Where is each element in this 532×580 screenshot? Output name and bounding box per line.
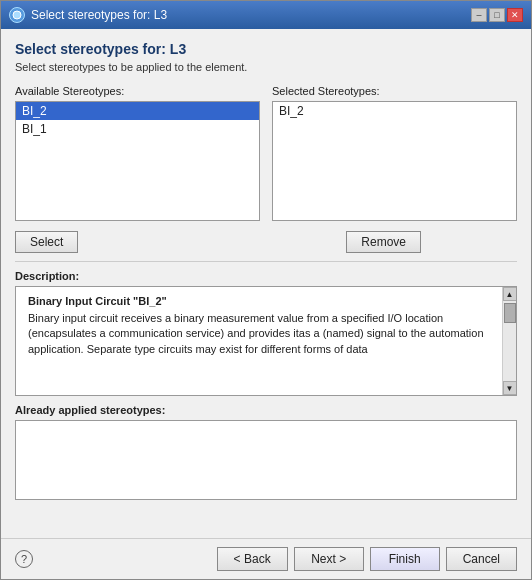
available-stereotypes-list[interactable]: BI_2 BI_1 xyxy=(15,101,260,221)
title-bar-controls: – □ ✕ xyxy=(471,8,523,22)
minimize-button[interactable]: – xyxy=(471,8,487,22)
already-applied-label: Already applied stereotypes: xyxy=(15,404,517,416)
description-box: Binary Input Circuit "BI_2" Binary input… xyxy=(15,286,517,396)
scrollbar[interactable]: ▲ ▼ xyxy=(502,287,516,395)
description-wrapper: Binary Input Circuit "BI_2" Binary input… xyxy=(15,286,517,396)
close-button[interactable]: ✕ xyxy=(507,8,523,22)
dialog-subtitle: Select stereotypes to be applied to the … xyxy=(15,61,517,73)
dialog-title: Select stereotypes for: L3 xyxy=(15,41,517,57)
svg-point-0 xyxy=(13,11,21,19)
available-stereotypes-section: Available Stereotypes: BI_2 BI_1 xyxy=(15,85,260,221)
app-icon xyxy=(9,7,25,23)
back-button[interactable]: < Back xyxy=(217,547,288,571)
title-bar-left: Select stereotypes for: L3 xyxy=(9,7,167,23)
selected-stereotypes-list[interactable]: BI_2 xyxy=(272,101,517,221)
next-button[interactable]: Next > xyxy=(294,547,364,571)
description-text: Binary input circuit receives a binary m… xyxy=(28,311,490,357)
description-label: Description: xyxy=(15,270,517,282)
description-inner: Binary Input Circuit "BI_2" Binary input… xyxy=(22,291,510,396)
dialog-footer: ? < Back Next > Finish Cancel xyxy=(1,538,531,579)
already-applied-section: Already applied stereotypes: xyxy=(15,404,517,530)
list-item[interactable]: BI_2 xyxy=(16,102,259,120)
footer-buttons: < Back Next > Finish Cancel xyxy=(217,547,517,571)
scroll-thumb[interactable] xyxy=(504,303,516,323)
lists-row: Available Stereotypes: BI_2 BI_1 Selecte… xyxy=(15,85,517,221)
already-applied-list[interactable] xyxy=(15,420,517,500)
action-buttons-row: Select Remove xyxy=(15,229,517,253)
title-bar: Select stereotypes for: L3 – □ ✕ xyxy=(1,1,531,29)
description-title: Binary Input Circuit "BI_2" xyxy=(28,295,490,307)
dialog-content: Select stereotypes for: L3 Select stereo… xyxy=(1,29,531,538)
remove-button[interactable]: Remove xyxy=(346,231,421,253)
divider xyxy=(15,261,517,262)
window-title: Select stereotypes for: L3 xyxy=(31,8,167,22)
select-button[interactable]: Select xyxy=(15,231,78,253)
list-item[interactable]: BI_1 xyxy=(16,120,259,138)
selected-stereotypes-label: Selected Stereotypes: xyxy=(272,85,517,97)
list-item[interactable]: BI_2 xyxy=(273,102,516,120)
help-button[interactable]: ? xyxy=(15,550,33,568)
footer-left: ? xyxy=(15,550,33,568)
available-stereotypes-label: Available Stereotypes: xyxy=(15,85,260,97)
main-window: Select stereotypes for: L3 – □ ✕ Select … xyxy=(0,0,532,580)
scroll-up-button[interactable]: ▲ xyxy=(503,287,517,301)
cancel-button[interactable]: Cancel xyxy=(446,547,517,571)
scroll-down-button[interactable]: ▼ xyxy=(503,381,517,395)
selected-stereotypes-section: Selected Stereotypes: BI_2 xyxy=(272,85,517,221)
finish-button[interactable]: Finish xyxy=(370,547,440,571)
maximize-button[interactable]: □ xyxy=(489,8,505,22)
